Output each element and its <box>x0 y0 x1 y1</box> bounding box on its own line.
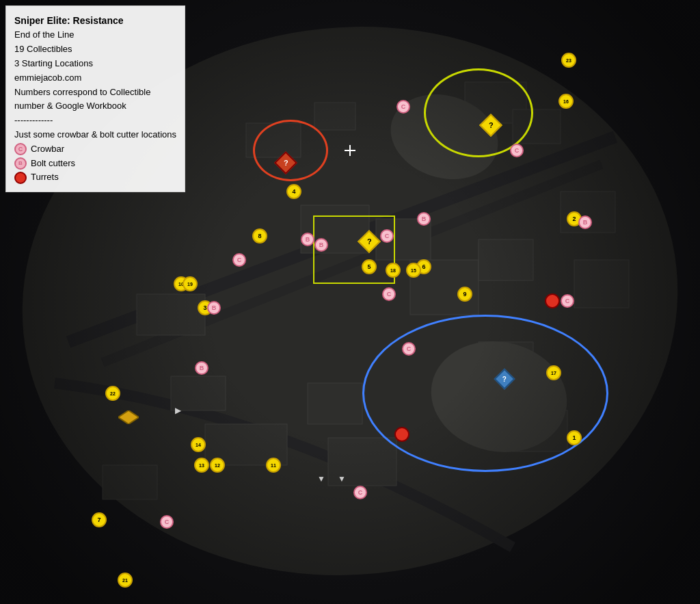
question-blue-1: ? <box>497 379 512 394</box>
marker-23: 23 <box>561 53 576 68</box>
crowbar-marker-1: C <box>396 100 410 114</box>
legend-bolt-item: B Bolt cutters <box>14 157 176 171</box>
marker-12: 12 <box>210 458 225 473</box>
crowbar-marker-9: C <box>353 486 367 499</box>
mission-name: End of the Line <box>14 28 176 42</box>
crowbar-marker-4: C <box>380 229 394 243</box>
crowbar-marker-8: C <box>160 515 174 529</box>
crowbar-marker-5: C <box>382 287 396 301</box>
crowbar-marker-3: C <box>232 253 246 267</box>
info-box: Sniper Elite: Resistance End of the Line… <box>5 5 185 192</box>
marker-11: 11 <box>266 458 281 473</box>
bolt-marker-3: B <box>314 238 328 252</box>
bolt-icon: B <box>14 157 27 170</box>
legend-turret-item: Turrets <box>14 170 176 185</box>
marker-15: 15 <box>406 263 421 278</box>
bolt-marker-5: B <box>195 361 208 375</box>
collectibles-count: 19 Collectibles <box>14 42 176 57</box>
crowbar-label: Crowbar <box>31 142 64 157</box>
crowbar-icon: C <box>14 143 27 155</box>
bolt-marker-2: B <box>301 233 314 246</box>
divider-text: ------------- <box>14 114 176 128</box>
marker-8: 8 <box>252 228 267 244</box>
question-yellow-2: ? <box>361 241 377 258</box>
bolt-label: Bolt cutters <box>31 157 75 171</box>
marker-4: 4 <box>286 184 301 199</box>
marker-1: 1 <box>567 430 582 445</box>
marker-21: 21 <box>118 573 133 588</box>
bolt-marker-1: B <box>578 215 592 229</box>
crowbar-marker-7: C <box>561 294 574 308</box>
marker-13: 13 <box>194 458 209 473</box>
crowbar-marker-2: C <box>510 144 524 157</box>
turret-marker-1 <box>545 293 560 308</box>
legend-crowbar-item: C Crowbar <box>14 142 176 157</box>
marker-5: 5 <box>362 259 377 274</box>
marker-18: 18 <box>386 263 401 278</box>
workbook-note: number & Google Workbook <box>14 99 176 114</box>
svg-marker-0 <box>118 410 139 424</box>
marker-7: 7 <box>92 512 107 527</box>
marker-9: 9 <box>457 287 472 302</box>
website: emmiejacob.com <box>14 71 176 86</box>
marker-14: 14 <box>191 437 206 452</box>
turret-label: Turrets <box>31 170 59 185</box>
crosshair-marker <box>345 145 355 156</box>
marker-19: 19 <box>183 276 198 291</box>
numbers-note: Numbers correspond to Collectible <box>14 86 176 100</box>
bolt-marker-6: B <box>417 212 431 226</box>
game-title: Sniper Elite: Resistance <box>14 13 176 28</box>
turret-icon <box>14 172 27 184</box>
question-yellow-1: ? <box>483 125 499 142</box>
arrow-marker-2: ▼ <box>338 474 346 484</box>
start-location-marker <box>118 410 139 427</box>
question-red-1: ? <box>278 163 294 179</box>
crowbar-note: Just some crowbar & bolt cutter location… <box>14 128 176 142</box>
marker-22: 22 <box>105 386 120 401</box>
crowbar-marker-6: C <box>402 342 416 356</box>
starting-locations: 3 Starting Locations <box>14 57 176 71</box>
marker-17: 17 <box>546 365 561 380</box>
marker-16: 16 <box>558 94 574 109</box>
arrow-marker-1: ▶ <box>175 406 181 415</box>
turret-marker-2 <box>394 427 409 442</box>
bolt-marker-4: B <box>207 301 221 315</box>
arrow-marker-3: ▼ <box>317 474 325 484</box>
